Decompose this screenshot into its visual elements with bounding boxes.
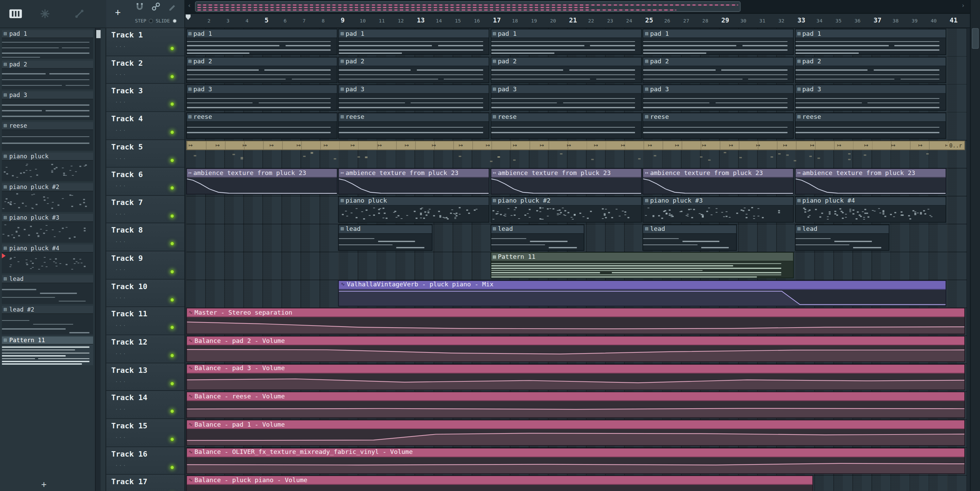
clip-header[interactable]: ▤reese xyxy=(795,113,946,122)
track-header[interactable]: Track 1... xyxy=(106,28,185,56)
track-enable-led[interactable] xyxy=(170,270,175,274)
playlist-area[interactable]: ▤pad 1▤pad 1▤pad 1▤pad 1▤pad 1▤pad 2▤pad… xyxy=(185,28,970,491)
pattern-item[interactable]: ▤pad 3 xyxy=(2,91,93,121)
clip[interactable]: ↦ambience texture from pluck 23 xyxy=(643,169,794,195)
clip[interactable]: ▤pad 2 xyxy=(643,57,794,83)
clip[interactable]: ▤reese xyxy=(490,112,642,139)
playlist-grid[interactable]: ▤pad 1▤pad 1▤pad 1▤pad 1▤pad 1▤pad 2▤pad… xyxy=(186,28,966,491)
clip-header[interactable]: ▤pad 1 xyxy=(643,29,794,38)
clip-header[interactable]: ∿Balance - pluck piano - Volume xyxy=(186,476,812,485)
clip-header[interactable]: ▤piano pluck #2 xyxy=(491,197,641,206)
track-header[interactable]: Track 12... xyxy=(106,335,185,363)
track-enable-led[interactable] xyxy=(170,158,175,163)
pattern-item[interactable]: ▤pad 2 xyxy=(2,61,93,90)
clip-header[interactable]: ↦ambience texture from pluck 23 xyxy=(186,169,337,178)
clip-header[interactable]: ↦ambience texture from pluck 23 xyxy=(491,169,641,178)
picker-scrollbar-thumb[interactable] xyxy=(96,30,101,38)
clip-header[interactable]: ▤pad 2 xyxy=(643,57,794,66)
pattern-item[interactable]: ▤piano pluck #3 xyxy=(2,214,93,243)
track-enable-led[interactable] xyxy=(170,354,175,358)
clip-header[interactable]: ∿Balance - pad 3 - Volume xyxy=(186,364,965,373)
clip[interactable]: ▤reese xyxy=(186,112,337,139)
clip[interactable]: ↦ ↦ ↦ ↦ ↦ ↦ ↦ ↦ ↦ ↦ ↦ ↦ ↦ ↦ ↦ ↦ ↦ ↦ ↦ ↦ … xyxy=(186,140,965,166)
track-enable-led[interactable] xyxy=(170,102,175,107)
clip-header[interactable]: ▤lead xyxy=(339,225,432,234)
clip-header[interactable]: ▤pad 1 xyxy=(339,29,489,38)
clip-header[interactable]: ▤pad 3 xyxy=(795,85,946,94)
track-enable-led[interactable] xyxy=(170,409,175,414)
clip[interactable]: ▤pad 3 xyxy=(795,84,946,111)
clip[interactable]: ▤Pattern 11 xyxy=(490,252,794,279)
track-header[interactable]: Track 7... xyxy=(106,196,185,224)
clip-header[interactable]: ▤piano pluck xyxy=(339,197,489,206)
clip[interactable]: ↦ambience texture from pluck 23 xyxy=(338,169,490,195)
track-enable-led[interactable] xyxy=(170,242,175,246)
add-track-button[interactable]: + xyxy=(115,8,121,18)
pattern-bank-icon[interactable] xyxy=(9,9,22,21)
track-header[interactable]: Track 17... xyxy=(106,475,185,491)
clip[interactable]: ∿ValhallaVintageVerb - pluck piano - Mix xyxy=(338,280,946,306)
track-header[interactable]: Track 13... xyxy=(106,363,185,391)
generator-icon[interactable] xyxy=(40,9,50,21)
pattern-item[interactable]: ▤Pattern 11 xyxy=(2,336,93,366)
clip[interactable]: ▤pad 3 xyxy=(490,84,642,111)
clip-header[interactable]: ▤pad 2 xyxy=(795,57,946,66)
clip-header[interactable]: ∿Balance - reese - Volume xyxy=(186,392,965,401)
track-header[interactable]: Track 14... xyxy=(106,391,185,419)
clip[interactable]: ▤lead xyxy=(795,224,889,250)
timeline-ruler[interactable]: 2345678910111213141516171819202122232425… xyxy=(185,14,970,28)
clip-header[interactable]: ▤reese xyxy=(643,113,794,122)
scroll-left-icon[interactable]: ‹ xyxy=(188,2,191,8)
clip-header[interactable]: ▤pad 1 xyxy=(795,29,946,38)
horizontal-scrollbar[interactable]: ‹ › xyxy=(185,0,980,14)
clip-header[interactable]: ▤pad 2 xyxy=(339,57,489,66)
clip-header[interactable]: ↦ambience texture from pluck 23 xyxy=(795,169,946,178)
clip[interactable]: ▤pad 2 xyxy=(795,57,946,83)
track-enable-led[interactable] xyxy=(170,381,175,386)
clip-header[interactable]: ▤lead xyxy=(491,225,584,234)
clip[interactable]: ▤reese xyxy=(643,112,794,139)
picker-scrollbar[interactable] xyxy=(95,28,101,491)
clip[interactable]: ▤pad 3 xyxy=(643,84,794,111)
clip[interactable]: ▤pad 3 xyxy=(186,84,337,111)
magnet-icon[interactable] xyxy=(135,2,145,14)
clip-header[interactable]: ▤lead xyxy=(643,225,737,234)
clip-header[interactable]: ▤piano pluck #3 xyxy=(643,197,794,206)
clip-header[interactable]: ∿Master - Stereo separation xyxy=(186,308,965,317)
vertical-scrollbar[interactable] xyxy=(970,0,980,491)
track-header[interactable]: Track 16... xyxy=(106,447,185,475)
track-header[interactable]: Track 5... xyxy=(106,140,185,168)
track-header[interactable]: Track 2... xyxy=(106,56,185,84)
clip[interactable]: ▤pad 1 xyxy=(186,29,337,55)
track-header[interactable]: Track 4... xyxy=(106,112,185,140)
clip-header[interactable]: ▤pad 3 xyxy=(186,85,337,94)
clip[interactable]: ▤pad 2 xyxy=(186,57,337,83)
clip[interactable]: ▤piano pluck #3 xyxy=(643,196,794,222)
step-toggle[interactable] xyxy=(149,19,153,23)
clip-header[interactable]: ▤lead xyxy=(795,225,888,234)
pattern-item[interactable]: ▤piano pluck xyxy=(2,153,93,182)
clip-header[interactable]: ∿Balance - pad 1 - Volume xyxy=(186,420,965,429)
clip-header[interactable]: ▤piano pluck #4 xyxy=(795,197,946,206)
slide-link-icon[interactable] xyxy=(151,2,161,14)
draw-tool-icon[interactable] xyxy=(167,2,177,14)
track-header[interactable]: Track 11... xyxy=(106,308,185,335)
clip-header[interactable]: ▤pad 1 xyxy=(491,29,641,38)
track-enable-led[interactable] xyxy=(170,130,175,134)
clip-header[interactable]: ↦ambience texture from pluck 23 xyxy=(643,169,794,178)
track-header[interactable]: Track 15... xyxy=(106,419,185,447)
clip[interactable]: ▤reese xyxy=(338,112,490,139)
clip[interactable]: ▤pad 1 xyxy=(338,29,490,55)
clip[interactable]: ▤lead xyxy=(338,224,433,250)
clip-header[interactable]: ▤reese xyxy=(491,113,641,122)
clip-header[interactable]: ▤pad 3 xyxy=(643,85,794,94)
track-header[interactable]: Track 6... xyxy=(106,168,185,196)
track-header[interactable]: Track 3... xyxy=(106,84,185,112)
pattern-item[interactable]: ▤lead xyxy=(2,275,93,304)
clip[interactable]: ▤pad 3 xyxy=(338,84,490,111)
track-header[interactable]: Track 10... xyxy=(106,279,185,308)
slide-tool-icon[interactable] xyxy=(75,9,84,21)
clip[interactable]: ▤reese xyxy=(795,112,946,139)
clip-header[interactable]: ▤reese xyxy=(339,113,489,122)
clip[interactable]: ↦ambience texture from pluck 23 xyxy=(795,169,946,195)
